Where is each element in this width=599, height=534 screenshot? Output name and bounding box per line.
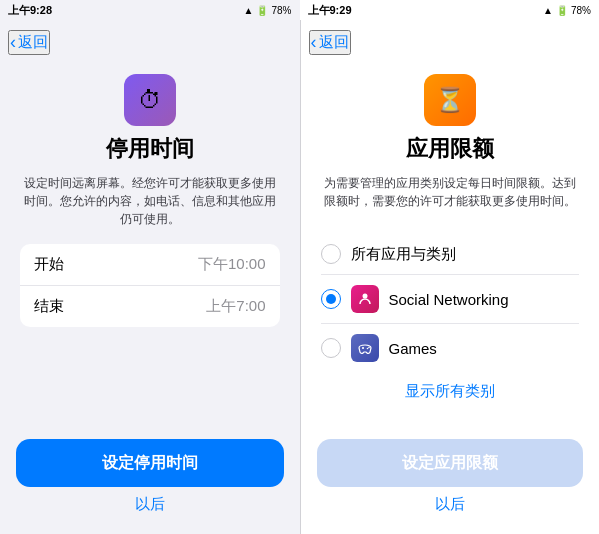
start-value: 下午10:00	[198, 255, 266, 274]
left-description: 设定时间远离屏幕。经您许可才能获取更多使用时间。您允许的内容，如电话、信息和其他…	[20, 174, 280, 228]
right-app-icon: ⏳	[424, 74, 476, 126]
right-title: 应用限额	[406, 134, 494, 164]
left-back-label: 返回	[18, 33, 48, 52]
left-time: 上午9:28	[8, 3, 52, 18]
right-later-button[interactable]: 以后	[435, 495, 465, 514]
category-social-label: Social Networking	[389, 291, 580, 308]
category-list: 所有应用与类别 Social Networking	[321, 234, 580, 372]
radio-games[interactable]	[321, 338, 341, 358]
right-bottom-area: 设定应用限额 以后	[301, 427, 600, 534]
left-bottom-area: 设定停用时间 以后	[0, 427, 300, 534]
category-row-social[interactable]: Social Networking	[321, 275, 580, 324]
right-signal-icon: ▲	[543, 5, 553, 16]
category-row-games[interactable]: Games	[321, 324, 580, 372]
svg-point-4	[368, 347, 370, 349]
left-back-chevron: ‹	[10, 32, 16, 53]
left-panel-body: ⏱ 停用时间 设定时间远离屏幕。经您许可才能获取更多使用时间。您允许的内容，如电…	[0, 64, 300, 327]
battery-pct: 78%	[271, 5, 291, 16]
games-svg	[357, 340, 373, 356]
status-bar-left: 上午9:28 ▲ 🔋 78%	[0, 0, 300, 20]
right-panel: 上午9:29 ▲ 🔋 78% ‹ 返回 ⏳ 应用限额 为需要管理的应用类别设定每…	[300, 0, 600, 534]
right-back-label: 返回	[319, 33, 349, 52]
right-nav: ‹ 返回	[301, 20, 600, 64]
category-row-all[interactable]: 所有应用与类别	[321, 234, 580, 275]
left-status-icons: ▲ 🔋 78%	[244, 5, 292, 16]
category-games-label: Games	[389, 340, 580, 357]
wifi-icon: ▲	[244, 5, 254, 16]
right-description: 为需要管理的应用类别设定每日时间限额。达到限额时，需要您的许可才能获取更多使用时…	[321, 174, 580, 210]
right-time: 上午9:29	[308, 3, 352, 18]
time-settings-list: 开始 下午10:00 结束 上午7:00	[20, 244, 280, 327]
left-hourglass-icon: ⏱	[138, 86, 162, 114]
set-downtime-button[interactable]: 设定停用时间	[16, 439, 284, 487]
radio-all[interactable]	[321, 244, 341, 264]
right-status-icons: ▲ 🔋 78%	[543, 5, 591, 16]
show-all-link[interactable]: 显示所有类别	[405, 382, 495, 401]
end-value: 上午7:00	[206, 297, 265, 316]
radio-social[interactable]	[321, 289, 341, 309]
left-later-button[interactable]: 以后	[135, 495, 165, 514]
left-back-button[interactable]: ‹ 返回	[8, 30, 50, 55]
svg-point-0	[362, 294, 367, 299]
games-icon	[351, 334, 379, 362]
right-battery-pct: 78%	[571, 5, 591, 16]
set-app-limit-button[interactable]: 设定应用限额	[317, 439, 584, 487]
left-title: 停用时间	[106, 134, 194, 164]
left-panel: 上午9:28 ▲ 🔋 78% ‹ 返回 ⏱ 停用时间 设定时间远离屏幕。经您许可…	[0, 0, 300, 534]
right-back-chevron: ‹	[311, 32, 317, 53]
left-app-icon: ⏱	[124, 74, 176, 126]
social-icon	[351, 285, 379, 313]
start-label: 开始	[34, 255, 64, 274]
battery-icon: 🔋	[256, 5, 268, 16]
left-nav: ‹ 返回	[0, 20, 300, 64]
svg-point-3	[366, 348, 368, 350]
right-back-button[interactable]: ‹ 返回	[309, 30, 351, 55]
end-time-row[interactable]: 结束 上午7:00	[20, 286, 280, 327]
end-label: 结束	[34, 297, 64, 316]
start-time-row[interactable]: 开始 下午10:00	[20, 244, 280, 286]
right-panel-body: ⏳ 应用限额 为需要管理的应用类别设定每日时间限额。达到限额时，需要您的许可才能…	[301, 64, 600, 401]
social-svg	[357, 291, 373, 307]
right-hourglass-icon: ⏳	[435, 86, 465, 114]
category-all-label: 所有应用与类别	[351, 245, 580, 264]
status-bar-right: 上午9:29 ▲ 🔋 78%	[300, 0, 600, 20]
right-battery-icon: 🔋	[556, 5, 568, 16]
